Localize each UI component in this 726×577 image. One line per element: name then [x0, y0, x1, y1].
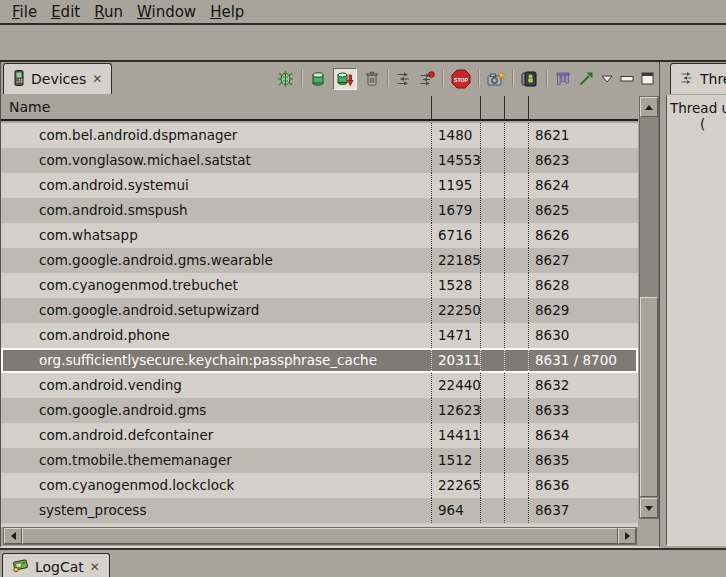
empty-cell [504, 273, 528, 298]
toolbar-separator [301, 70, 303, 87]
menu-run[interactable]: Run [92, 3, 135, 21]
minimize-icon[interactable] [620, 75, 634, 83]
scroll-left-button[interactable] [4, 528, 22, 544]
table-row[interactable]: com.cyanogenmod.lockclock 22265 8636 [1, 473, 638, 498]
systrace-icon[interactable] [578, 71, 594, 87]
cause-gc-icon[interactable] [364, 71, 380, 87]
column-divider[interactable] [480, 96, 481, 119]
process-pid: 964 [431, 498, 480, 523]
process-port: 8624 [528, 173, 638, 198]
menu-file[interactable]: File [10, 3, 49, 21]
process-port: 8621 [528, 123, 638, 148]
tab-logcat[interactable]: LogCat ✕ [2, 553, 110, 577]
process-port: 8628 [528, 273, 638, 298]
vertical-scrollbar[interactable] [639, 96, 659, 519]
toolbar-separator [478, 70, 480, 87]
process-pid: 22250 [431, 298, 480, 323]
screen-capture-icon[interactable] [487, 71, 505, 87]
process-pid: 22265 [431, 473, 480, 498]
menu-help[interactable]: Help [208, 3, 256, 21]
process-name: com.android.smspush [1, 198, 431, 223]
dump-hprof-icon[interactable] [333, 68, 357, 90]
table-row[interactable]: com.cyanogenmod.trebuchet 1528 8628 [1, 273, 638, 298]
update-heap-icon[interactable] [310, 71, 326, 87]
table-row[interactable]: com.tmobile.thememanager 1512 8635 [1, 448, 638, 473]
empty-cell [480, 473, 504, 498]
toolbar-separator [512, 70, 514, 87]
main-toolbar-strip [0, 27, 726, 62]
process-pid: 22185 [431, 248, 480, 273]
empty-cell [504, 398, 528, 423]
menu-edit[interactable]: Edit [49, 3, 92, 21]
column-divider[interactable] [528, 96, 529, 119]
table-row[interactable]: com.google.android.setupwizard 22250 862… [1, 298, 638, 323]
hierarchy-view-icon[interactable] [555, 71, 571, 87]
toolbar-separator [442, 70, 444, 87]
logcat-icon [12, 557, 29, 576]
process-port: 8632 [528, 373, 638, 398]
empty-cell [480, 298, 504, 323]
empty-cell [504, 148, 528, 173]
empty-cell [504, 173, 528, 198]
table-row[interactable]: com.android.phone 1471 8630 [1, 323, 638, 348]
table-row[interactable]: com.android.vending 22440 8632 [1, 373, 638, 398]
vertical-scrollbar-thumb[interactable] [640, 297, 658, 497]
process-pid: 6716 [431, 223, 480, 248]
process-name: com.android.systemui [1, 173, 431, 198]
horizontal-scrollbar-thumb[interactable] [22, 528, 618, 544]
empty-cell [504, 198, 528, 223]
table-row[interactable]: com.android.systemui 1195 8624 [1, 173, 638, 198]
column-header-name[interactable]: Name [1, 99, 50, 115]
empty-cell [504, 348, 528, 373]
table-row[interactable]: org.sufficientlysecure.keychain:passphra… [1, 348, 638, 373]
empty-cell [480, 123, 504, 148]
column-divider[interactable] [504, 96, 505, 119]
empty-cell [504, 423, 528, 448]
empty-cell [480, 248, 504, 273]
update-threads-icon[interactable] [396, 71, 412, 87]
view-menu-icon[interactable] [601, 75, 613, 83]
close-icon[interactable]: ✕ [92, 73, 102, 85]
table-row[interactable]: com.google.android.gms 12623 8633 [1, 398, 638, 423]
process-pid: 1679 [431, 198, 480, 223]
menu-window[interactable]: Window [135, 3, 208, 21]
process-pid: 1471 [431, 323, 480, 348]
table-row[interactable]: com.bel.android.dspmanager 1480 8621 [1, 123, 638, 148]
empty-cell [480, 498, 504, 523]
table-row[interactable]: system_process 964 8637 [1, 498, 638, 523]
tab-threads-label: Threads [700, 71, 726, 87]
start-method-profiling-icon[interactable] [419, 71, 435, 87]
empty-cell [480, 173, 504, 198]
empty-cell [480, 323, 504, 348]
column-divider[interactable] [431, 96, 432, 119]
empty-cell [480, 373, 504, 398]
empty-cell [480, 148, 504, 173]
process-name: com.cyanogenmod.lockclock [1, 473, 431, 498]
tab-threads[interactable]: Threads [670, 63, 726, 94]
close-icon[interactable]: ✕ [90, 561, 100, 573]
table-row[interactable]: com.android.defcontainer 14411 8634 [1, 423, 638, 448]
toolbar-separator [546, 70, 548, 87]
tab-devices[interactable]: Devices ✕ [3, 63, 112, 94]
device-table-body: com.bel.android.dspmanager 1480 8621 com… [1, 123, 638, 527]
debug-bug-icon[interactable] [277, 71, 294, 87]
table-row[interactable]: com.vonglasow.michael.satstat 14553 8623 [1, 148, 638, 173]
empty-cell [480, 348, 504, 373]
process-pid: 14553 [431, 148, 480, 173]
horizontal-scrollbar[interactable] [3, 527, 637, 545]
table-row[interactable]: com.google.android.gms.wearable 22185 86… [1, 248, 638, 273]
scroll-right-button[interactable] [618, 528, 636, 544]
table-row[interactable]: com.android.smspush 1679 8625 [1, 198, 638, 223]
process-pid: 12623 [431, 398, 480, 423]
stop-process-icon[interactable]: STOP [451, 69, 471, 89]
process-name: com.cyanogenmod.trebuchet [1, 273, 431, 298]
empty-cell [504, 248, 528, 273]
process-name: com.bel.android.dspmanager [1, 123, 431, 148]
toolbar-separator [387, 70, 389, 87]
device-capture-icon[interactable] [521, 71, 539, 87]
maximize-icon[interactable] [641, 72, 654, 85]
scroll-down-button[interactable] [640, 498, 658, 518]
table-row[interactable]: com.whatsapp 6716 8626 [1, 223, 638, 248]
process-name: com.android.defcontainer [1, 423, 431, 448]
scroll-up-button[interactable] [640, 97, 658, 117]
